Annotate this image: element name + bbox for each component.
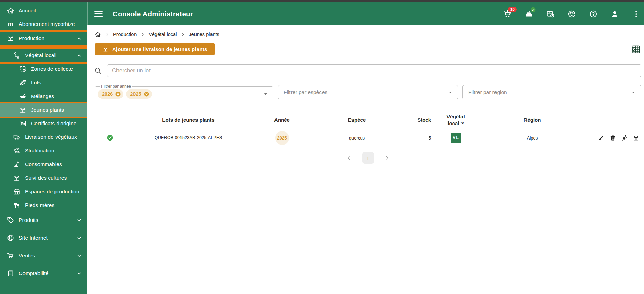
sprout-icon	[633, 135, 639, 141]
pencil-icon	[598, 135, 604, 141]
sidebar-item-ventes[interactable]: Ventes	[0, 249, 87, 262]
previous-page-icon[interactable]	[346, 155, 352, 161]
collect-zone-icon	[19, 65, 27, 73]
help-button[interactable]	[589, 10, 598, 18]
remove-chip-icon[interactable]	[144, 91, 150, 97]
sidebar-item-label: Consommables	[25, 161, 62, 167]
home-icon[interactable]	[95, 31, 101, 38]
edit-button[interactable]	[598, 135, 604, 141]
chevron-up-icon	[77, 53, 82, 58]
sidebar-item-produits[interactable]: Produits	[0, 213, 87, 227]
menu-icon[interactable]	[94, 11, 103, 17]
sidebar-item-label: Végétal local	[25, 52, 56, 59]
chevron-right-icon	[105, 32, 109, 37]
sidebar-item-zones-de-collecte[interactable]: Zones de collecte	[0, 62, 87, 76]
check-circle-icon	[107, 134, 113, 141]
page-title: Console Administrateur	[113, 10, 193, 18]
sidebar-item-abonnement-mycorhize[interactable]: m Abonnement mycorhize	[0, 17, 87, 31]
sidebar-item-jeunes-plants[interactable]: Jeunes plants	[0, 103, 87, 117]
table-header-row: Lots de jeunes plants Année Espèce Stock…	[95, 112, 641, 129]
add-delivery-button[interactable]: Ajouter une livraison de jeunes plants	[95, 43, 215, 55]
next-page-icon[interactable]	[384, 155, 390, 161]
breadcrumb-jeunes-plants[interactable]: Jeunes plants	[189, 32, 219, 37]
region-filter[interactable]: Filtrer par region	[462, 85, 641, 99]
sidebar-item-accueil[interactable]: Accueil	[0, 4, 87, 17]
sidebar-item-suivi-des-cultures[interactable]: Suivi des cultures	[0, 171, 87, 185]
species-filter-placeholder: Filtrer par espèces	[284, 89, 327, 95]
sidebar-item-label: Produits	[19, 217, 38, 223]
remove-chip-icon[interactable]	[115, 91, 121, 97]
sprout-icon	[102, 46, 109, 52]
sidebar-item-lots[interactable]: Lots	[0, 76, 87, 89]
graft-button[interactable]	[621, 135, 628, 141]
seeds-icon	[13, 147, 20, 154]
sidebar-item-pieds-meres[interactable]: Pieds mères	[0, 198, 87, 212]
help-circle-icon	[589, 10, 598, 18]
delete-button[interactable]	[610, 135, 616, 141]
sidebar-item-comptabilite[interactable]: Comptabilité	[0, 266, 87, 280]
sidebar-item-label: Lots	[31, 80, 41, 86]
mortar-bowl-icon	[19, 93, 27, 100]
sidebar-item-melanges[interactable]: Mélanges	[0, 89, 87, 103]
plant-button[interactable]	[633, 135, 639, 141]
region-filter-placeholder: Filtrer par region	[468, 89, 507, 95]
more-options-button[interactable]	[632, 10, 641, 18]
status-cell	[95, 134, 125, 141]
tag-icon	[7, 216, 14, 224]
leaf-icon	[19, 79, 27, 86]
excel-icon	[631, 45, 641, 54]
dropdown-arrow-icon	[262, 91, 269, 97]
year-filter[interactable]: Filtrer par année 2026 2025	[95, 84, 273, 99]
window-top-strip	[0, 0, 644, 2]
sidebar-item-consommables[interactable]: Consommables	[0, 158, 87, 171]
species-filter[interactable]: Filtrer par espèces	[278, 85, 458, 99]
sprout-icon	[7, 35, 14, 42]
year-chip-label: 2025	[130, 91, 141, 97]
page-number-button[interactable]: 1	[362, 152, 374, 164]
year-chip-2025[interactable]: 2025	[126, 89, 152, 99]
sidebar-item-label: Accueil	[19, 7, 36, 14]
column-header-species: Espèce	[313, 117, 401, 124]
support-face-icon	[567, 10, 576, 18]
add-delivery-button-label: Ajouter une livraison de jeunes plants	[112, 46, 207, 52]
chevron-down-icon	[77, 253, 82, 258]
cash-register-button[interactable]	[524, 10, 533, 18]
sprout-icon	[13, 174, 20, 182]
sidebar-item-vegetal-local[interactable]: Végétal local	[0, 49, 87, 62]
trees-icon	[13, 201, 20, 209]
search-input[interactable]	[107, 64, 641, 77]
breadcrumb: Production Végétal local Jeunes plants	[95, 30, 641, 39]
stock-cell: 5	[401, 135, 435, 141]
year-value-chip: 2025	[275, 131, 289, 145]
chevron-right-icon	[140, 32, 145, 37]
column-header-lot: Lots de jeunes plants	[125, 117, 251, 124]
export-excel-button[interactable]	[631, 45, 641, 54]
dropdown-arrow-icon	[630, 89, 637, 96]
breadcrumb-vegetal-local[interactable]: Végétal local	[148, 32, 177, 37]
sidebar-item-certificats-origine[interactable]: Certificats d'origine	[0, 117, 87, 130]
calculator-icon	[7, 270, 14, 277]
year-chip-2026[interactable]: 2026	[98, 89, 123, 99]
account-button[interactable]	[610, 10, 619, 18]
chevron-down-icon	[77, 218, 82, 223]
year-filter-label: Filtrer par année	[100, 84, 132, 89]
breadcrumb-production[interactable]: Production	[113, 32, 137, 37]
support-button[interactable]	[567, 10, 576, 18]
sprout-icon	[19, 106, 27, 114]
lots-table: Lots de jeunes plants Année Espèce Stock…	[95, 112, 641, 164]
dropdown-arrow-icon	[447, 89, 454, 96]
sidebar-item-label: Livraison de végétaux	[25, 134, 77, 140]
schedule-button[interactable]	[546, 10, 555, 18]
sidebar-item-label: Suivi des cultures	[25, 175, 67, 181]
sidebar-item-livraison-de-vegetaux[interactable]: Livraison de végétaux	[0, 130, 87, 144]
sidebar-item-espaces-de-production[interactable]: Espaces de production	[0, 185, 87, 198]
sidebar-item-stratification[interactable]: Stratification	[0, 144, 87, 158]
year-cell: 2025	[251, 131, 313, 145]
mycorhize-logo-icon: m	[7, 20, 14, 28]
cart-button[interactable]: 10	[503, 10, 512, 18]
sidebar-item-label: Pieds mères	[25, 202, 54, 208]
sidebar-item-production[interactable]: Production	[0, 32, 87, 45]
sidebar-item-site-internet[interactable]: Site Internet	[0, 231, 87, 245]
sidebar-item-label: Abonnement mycorhize	[19, 21, 75, 27]
kebab-menu-icon	[632, 10, 641, 18]
